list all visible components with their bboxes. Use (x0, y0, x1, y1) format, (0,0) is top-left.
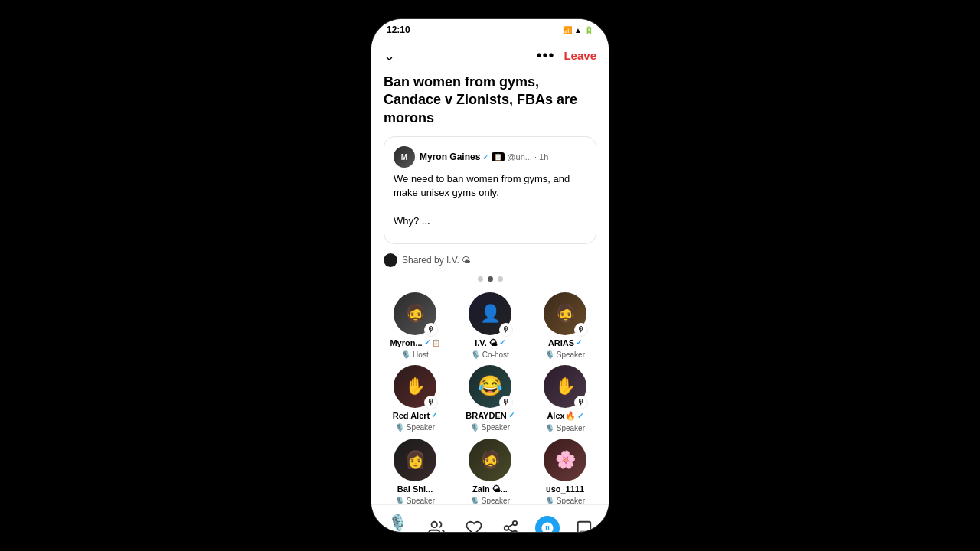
battery-icon: 🔋 (584, 26, 593, 34)
speaker-iv[interactable]: 👤 🎙 I.V. 🌤 ✓ 🎙️ Co-host (456, 292, 524, 359)
people-icon (424, 516, 449, 533)
dot-3[interactable] (498, 276, 503, 282)
tweet-card: M Myron Gaines ✓ 📋 @un... · 1h We need t… (384, 136, 596, 244)
signal-icon: 📶 (563, 26, 572, 34)
tweet-author-name: Myron Gaines (420, 152, 480, 162)
speaker-name: ARIAS ✓ (548, 338, 582, 347)
speaker-role: 🎙️ Speaker (545, 497, 585, 504)
svg-line-4 (508, 529, 513, 532)
speaker-avatar: 🌸 (544, 439, 586, 481)
speaker-name: I.V. 🌤 ✓ (475, 338, 505, 347)
app-content: ⌄ ••• Leave Ban women from gyms, Candace… (371, 41, 609, 504)
speaker-role: 🎙️ Speaker (545, 350, 585, 359)
speaker-role: 🎙️ Speaker (470, 423, 510, 432)
wifi-icon: ▲ (574, 26, 582, 34)
speaker-balshi[interactable]: 👩 Bal Shi... 🎙️ Speaker (381, 439, 449, 504)
speaker-avatar-wrap: 👤 🎙 (469, 292, 511, 335)
top-bar: ⌄ ••• Leave (371, 41, 609, 70)
dot-indicators (371, 276, 609, 282)
more-button[interactable]: ••• (536, 47, 554, 64)
speaker-avatar: 🧔 (469, 439, 511, 481)
speaker-redalert[interactable]: ✋ 🎙 Red Alert ✓ 🎙️ Speaker (381, 365, 449, 432)
badge-black: 📋 (492, 152, 505, 161)
tweet-author-row: M Myron Gaines ✓ 📋 @un... · 1h (394, 146, 586, 168)
heart-icon (462, 516, 486, 533)
mic-icon: 🎙 (424, 323, 438, 337)
mic-icon: 🎙 (574, 323, 588, 337)
room-title: Ban women from gyms, Candace v Zionists,… (371, 70, 609, 136)
leave-button[interactable]: Leave (564, 49, 596, 62)
svg-point-2 (504, 526, 508, 530)
status-time: 12:10 (387, 24, 410, 35)
tweet-avatar: M (394, 146, 415, 168)
speaker-avatar-wrap: 😂 🎙 (469, 365, 511, 408)
speaker-role: 🎙️ Speaker (395, 423, 435, 432)
mic-icon: 🎙️ (386, 510, 410, 533)
speaker-avatar-wrap: 🧔 🎙 (394, 292, 436, 335)
dot-1[interactable] (478, 276, 483, 282)
verified-icon: ✓ (577, 412, 583, 420)
speaker-role: 🎙️ Co-host (471, 350, 509, 359)
tweet-author-info: Myron Gaines ✓ 📋 @un... · 1h (420, 152, 548, 162)
mic-icon: 🎙 (574, 396, 588, 409)
svg-point-0 (432, 521, 437, 527)
tweet-time: · 1h (534, 152, 548, 161)
svg-point-3 (512, 530, 517, 532)
mic-nav-item[interactable]: 🎙️ Request (384, 510, 412, 533)
speaker-role: 🎙️ Speaker (395, 497, 435, 504)
verified-icon: ✓ (424, 338, 430, 347)
verified-icon: ✓ (576, 338, 582, 347)
chevron-down-icon[interactable]: ⌄ (384, 47, 395, 64)
status-bar: 12:10 📶 ▲ 🔋 (371, 19, 609, 41)
chat-icon (572, 516, 596, 533)
speaker-name: Bal Shi... (397, 484, 433, 494)
dot-2[interactable] (488, 276, 493, 282)
speakers-grid: 🧔 🎙 Myron... ✓ 📋 🎙️ Host 👤 🎙 I.V. 🌤 ✓ 🎙️… (371, 292, 609, 504)
spaces-icon (535, 516, 560, 533)
mic-icon: 🎙 (499, 396, 513, 409)
chat-nav-item[interactable] (572, 516, 596, 533)
speaker-brayden[interactable]: 😂 🎙 BRAYDEN ✓ 🎙️ Speaker (456, 365, 524, 432)
speaker-arias[interactable]: 🧔 🎙 ARIAS ✓ 🎙️ Speaker (531, 292, 599, 359)
shared-by-text: Shared by I.V. 🌤 (402, 255, 471, 266)
shared-dot-icon (384, 253, 397, 267)
phone-frame: 12:10 📶 ▲ 🔋 ⌄ ••• Leave Ban women from g… (371, 19, 609, 532)
svg-point-1 (512, 520, 517, 525)
verified-icon: ✓ (431, 411, 437, 419)
speaker-role: 🎙️ Host (401, 350, 428, 359)
speaker-alex[interactable]: ✋ 🎙 Alex🔥 ✓ 🎙️ Speaker (531, 365, 599, 432)
status-icons: 📶 ▲ 🔋 (563, 26, 593, 34)
speaker-avatar-wrap: 🧔 (469, 439, 511, 481)
verified-icon: ✓ (499, 338, 505, 347)
mic-icon: 🎙 (499, 323, 513, 337)
heart-nav-item[interactable] (462, 516, 486, 533)
speaker-name: uso_1111 (546, 484, 584, 494)
speaker-uso[interactable]: 🌸 uso_1111 🎙️ Speaker (531, 439, 599, 504)
speaker-name: Zain 🌤... (472, 484, 508, 494)
speaker-name: Red Alert ✓ (393, 411, 438, 420)
speaker-avatar-wrap: 🧔 🎙 (544, 292, 586, 335)
speaker-role: 🎙️ Speaker (545, 424, 585, 432)
speaker-avatar-wrap: ✋ 🎙 (544, 365, 586, 408)
speaker-avatar-wrap: 🌸 (544, 439, 586, 481)
spaces-nav-item[interactable] (535, 516, 560, 533)
people-nav-item[interactable] (424, 516, 449, 533)
speaker-name: Alex🔥 ✓ (547, 411, 583, 421)
speaker-avatar: 👩 (394, 439, 436, 481)
speaker-avatar-wrap: ✋ 🎙 (394, 365, 436, 408)
speaker-name: BRAYDEN ✓ (466, 411, 514, 420)
bottom-nav: 🎙️ Request (371, 504, 609, 532)
tweet-text: We need to ban women from gyms, and make… (394, 172, 586, 228)
mic-icon: 🎙 (424, 396, 438, 409)
verified-icon: ✓ (508, 411, 514, 419)
speaker-zain[interactable]: 🧔 Zain 🌤... 🎙️ Speaker (456, 439, 524, 504)
share-icon (498, 516, 523, 533)
share-nav-item[interactable] (498, 516, 523, 533)
speaker-avatar-wrap: 👩 (394, 439, 436, 481)
speaker-name: Myron... ✓ 📋 (390, 338, 439, 347)
svg-line-5 (508, 523, 513, 527)
speaker-myron[interactable]: 🧔 🎙 Myron... ✓ 📋 🎙️ Host (381, 292, 449, 359)
verified-icon: ✓ (482, 152, 489, 162)
shared-by: Shared by I.V. 🌤 (384, 253, 596, 267)
tweet-handle: @un... (507, 152, 532, 161)
